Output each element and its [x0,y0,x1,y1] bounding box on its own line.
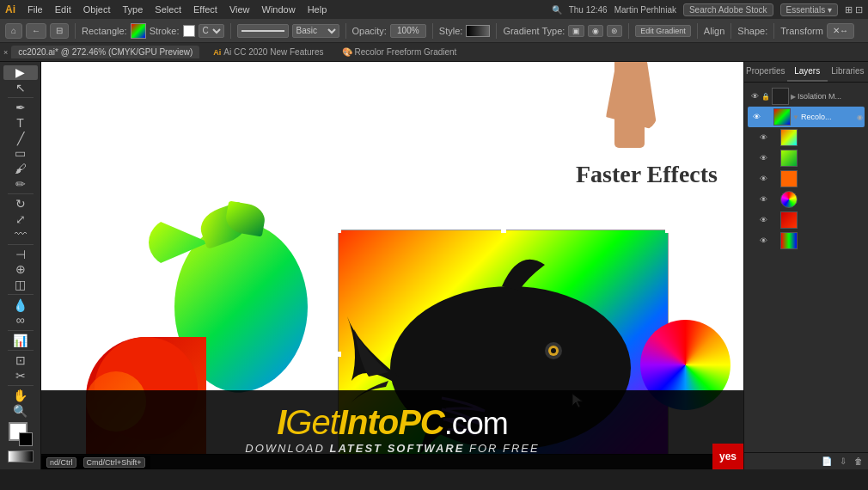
layer-eye-4[interactable]: 👁 [758,153,768,163]
opacity-input[interactable] [390,24,426,38]
layer-eye-1[interactable]: 👁 [749,91,760,101]
stroke-dropdown[interactable]: C [199,24,224,38]
tool-warp[interactable]: 〰 [3,227,38,242]
style-dropdown[interactable]: Basic [292,24,339,38]
menu-window[interactable]: Window [257,3,301,15]
home-btn[interactable]: ⌂ [5,23,22,39]
gradient-type-btn-1[interactable]: ▣ [568,25,584,37]
tool-paintbrush[interactable]: 🖌 [3,162,38,176]
layer-row-recolor[interactable]: 👁 ▼ Recolo... ◉ [748,107,865,127]
tool-pencil[interactable]: ✏ [3,176,38,191]
layer-eye-5[interactable]: 👁 [758,174,768,184]
ai-new-features-icon: Ai [213,48,221,57]
tool-slice[interactable]: ✂ [3,368,38,383]
tool-graph[interactable]: 📊 [3,333,38,347]
gradient-type-btn-2[interactable]: ◉ [588,25,603,37]
search-adobe-stock[interactable]: Search Adobe Stock [683,3,773,16]
tab-new-features[interactable]: Ai Ai CC 2020 New Features [206,46,330,58]
tool-width[interactable]: ⊣ [3,247,38,261]
tool-type[interactable]: T [3,116,38,131]
tab-file[interactable]: cc2020.ai* @ 272.46% (CMYK/GPU Preview) [11,46,199,58]
tab-recolor[interactable]: 🎨 Recolor Freeform Gradient [335,46,463,58]
menu-object[interactable]: Object [78,3,116,15]
panel-icons[interactable]: ⊞ ⊡ [845,4,863,15]
tab-close-btn[interactable]: × [3,48,8,57]
tool-select[interactable]: ▶ [3,65,38,80]
essentials-btn[interactable]: Essentials ▾ [780,3,838,16]
move-selection-btn[interactable]: ⇩ [837,456,849,467]
tab-layers[interactable]: Layers [787,62,828,82]
layer-lock-6[interactable] [770,195,779,204]
tool-line[interactable]: ╱ [3,131,38,145]
layer-row-6[interactable]: 👁 [748,189,865,210]
make-sublayer-btn[interactable]: 📄 [819,456,834,467]
edit-gradient-btn[interactable]: Edit Gradient [635,25,691,37]
tool-rect[interactable]: ▭ [3,146,38,161]
canvas-area[interactable]: Faster Effects [41,62,743,469]
style-swatch[interactable] [466,25,490,37]
layer-lock-4[interactable] [770,154,779,162]
tool-rotate[interactable]: ↻ [3,197,38,211]
tab-libraries[interactable]: Libraries [828,62,868,82]
menu-select[interactable]: Select [150,3,186,15]
yes-badge[interactable]: yes [712,444,743,469]
arrange-btn[interactable]: ⊟ [50,23,69,39]
tool-pen[interactable]: ✒ [3,101,38,115]
layer-lock-7[interactable] [770,216,779,224]
layer-row-3[interactable]: 👁 [748,127,865,148]
menu-edit[interactable]: Edit [50,3,76,15]
watermark-subtitle: Download Latest Software for Free [245,442,539,455]
layer-row-5[interactable]: 👁 [748,168,865,189]
menu-file[interactable]: File [22,3,48,15]
gradient-type-btn-3[interactable]: ⊛ [607,25,622,37]
panel-content: 👁 🔒 ▶ Isolation M... 👁 ▼ Recolo... ◉ 👁 [744,83,868,452]
menu-search-icon[interactable]: 🔍 [552,5,562,15]
layer-eye-3[interactable]: 👁 [758,132,768,143]
tool-shape-build[interactable]: ⊕ [3,262,38,277]
layer-expand-1[interactable]: ▶ [791,93,796,101]
layer-eye-2[interactable]: 👁 [751,112,761,122]
tool-scale[interactable]: ⤢ [3,211,38,226]
layer-row-4[interactable]: 👁 [748,148,865,168]
tools-panel: ▶ ↖ ✒ T ╱ ▭ 🖌 ✏ ↻ ⤢ 〰 ⊣ ⊕ ◫ 💧 ∞ 📊 ⊡ ✂ ✋ … [0,62,41,469]
tool-gradient[interactable]: ◫ [3,278,38,292]
menu-effect[interactable]: Effect [188,3,223,15]
tool-eyedrop[interactable]: 💧 [3,297,38,312]
tool-hand[interactable]: ✋ [3,389,38,403]
layer-eye-8[interactable]: 👁 [758,236,768,246]
background-color[interactable] [19,432,33,446]
tool-artboard[interactable]: ⊡ [3,353,38,368]
back-btn[interactable]: ← [26,23,46,39]
fill-swatch[interactable] [131,23,146,39]
layer-eye-6[interactable]: 👁 [758,194,768,205]
tool-sep-3 [8,244,34,245]
layer-lock-3[interactable] [770,133,779,142]
layer-name-1: Isolation M... [798,92,863,101]
layer-lock-1[interactable]: 🔒 [761,92,770,101]
toolbar-sep-8 [730,23,731,39]
layer-eye-7[interactable]: 👁 [758,215,768,225]
stroke-label: Stroke: [150,26,180,36]
tool-direct-select[interactable]: ↖ [3,81,38,95]
layer-row-isolation[interactable]: 👁 🔒 ▶ Isolation M... [748,86,865,107]
menu-type[interactable]: Type [118,3,149,15]
tab-properties[interactable]: Properties [744,62,787,82]
menu-help[interactable]: Help [303,3,333,15]
stroke-swatch[interactable] [183,25,195,37]
layer-row-8[interactable]: 👁 [748,230,865,251]
layer-lock-5[interactable] [770,175,779,183]
toolbar-sep-5 [496,23,497,39]
menu-view[interactable]: View [224,3,255,15]
layer-row-7[interactable]: 👁 [748,210,865,230]
layer-expand-2[interactable]: ▼ [792,113,799,121]
layer-target-2[interactable]: ◉ [857,113,863,121]
tool-blend[interactable]: ∞ [3,313,38,328]
layer-lock-2[interactable] [763,113,772,121]
tab-file-label: cc2020.ai* @ 272.46% (CMYK/GPU Preview) [18,47,193,57]
stroke-line[interactable] [237,24,289,38]
tool-zoom[interactable]: 🔍 [3,403,38,418]
transform-icon[interactable]: ✕↔ [827,23,854,39]
delete-layer-btn[interactable]: 🗑 [852,456,865,467]
color-mode-btn[interactable] [8,450,34,462]
layer-lock-8[interactable] [770,236,779,245]
